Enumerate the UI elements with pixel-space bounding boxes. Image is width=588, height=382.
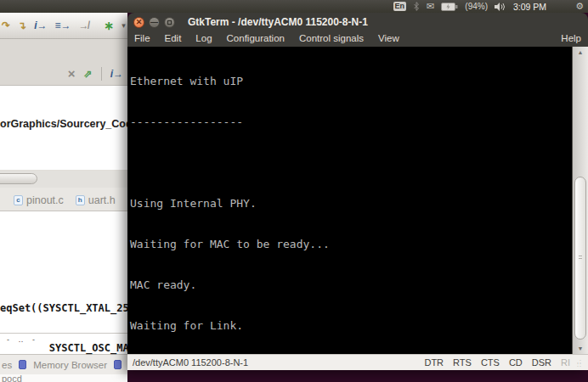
signal-ri: RI: [561, 357, 570, 368]
maximize-icon: [167, 20, 172, 25]
battery-percent: (94%): [465, 2, 488, 11]
horizontal-scrollbar-thumb[interactable]: [0, 173, 37, 184]
terminal-line: Waiting for Link.: [130, 319, 571, 333]
tab-label: uart.h: [88, 194, 116, 206]
battery-icon[interactable]: [441, 3, 458, 11]
signal-indicators: DTR RTS CTS CD DSR RI: [424, 357, 570, 368]
scrollbar-grip: [579, 256, 582, 259]
step-over-icon[interactable]: ↴: [18, 20, 26, 31]
menu-help[interactable]: Help: [561, 33, 581, 43]
scroll-down-icon[interactable]: ▼: [573, 345, 588, 351]
system-tray: En ✉ (94%) 3:09 PM ⚙: [393, 0, 584, 13]
mail-icon[interactable]: ✉: [427, 1, 434, 12]
tab-uart-h[interactable]: h uart.h: [76, 194, 116, 206]
menu-configuration[interactable]: Configuration: [227, 33, 285, 43]
tab-pinout-c[interactable]: c pinout.c: [14, 194, 64, 206]
signal-dtr: DTR: [424, 357, 444, 368]
eclipse-view-toolbar: × ⇗ i→: [0, 39, 127, 86]
eclipse-debug-panel: orGraphics/Sourcery_CodeBench: [0, 86, 127, 171]
maximize-button[interactable]: [164, 17, 175, 28]
debug-target-path: orGraphics/Sourcery_CodeBench: [0, 118, 127, 130]
horizontal-scrollbar[interactable]: [0, 171, 127, 188]
signal-dsr: DSR: [532, 357, 551, 368]
editor-divider: [0, 333, 127, 334]
remove-all-terminated-icon[interactable]: ×: [68, 69, 76, 79]
instruction-stepping-icon[interactable]: ≡→: [54, 20, 71, 31]
terminal-line: Ethernet with uIP: [130, 75, 571, 88]
keyboard-layout-indicator[interactable]: En: [393, 2, 407, 11]
titlebar[interactable]: ✕ — GtkTerm - /dev/ttyACM0 115200-8-N-1: [127, 13, 588, 31]
volume-icon[interactable]: [495, 3, 506, 11]
terminal-line: MAC ready.: [130, 278, 571, 292]
menu-control-signals[interactable]: Control signals: [299, 33, 364, 43]
gear-icon[interactable]: ⚙: [575, 1, 584, 12]
clock[interactable]: 3:09 PM: [513, 2, 546, 12]
vertical-scrollbar-thumb[interactable]: [574, 177, 586, 340]
gtkterm-window: ✕ — GtkTerm - /dev/ttyACM0 115200-8-N-1 …: [127, 13, 588, 370]
dropdown-caret-icon[interactable]: ▾: [122, 20, 126, 31]
code-editor[interactable]: eqSet((SYSCTL_XTAL_25MHZ | SYSCTL_OSC_MA…: [0, 211, 127, 354]
menu-edit[interactable]: Edit: [165, 33, 182, 43]
terminal-line: Using Internal PHY.: [130, 197, 571, 211]
signal-cts: CTS: [481, 357, 500, 368]
signal-cd: CD: [509, 357, 523, 368]
statusbar: /dev/ttyACM0 115200-8-N-1 DTR RTS CTS CD…: [127, 354, 588, 370]
menu-log[interactable]: Log: [195, 33, 212, 43]
menu-view[interactable]: View: [378, 33, 399, 43]
top-panel: En ✉ (94%) 3:09 PM ⚙: [0, 0, 588, 13]
window-title: GtkTerm - /dev/ttyACM0 115200-8-N-1: [188, 16, 368, 28]
tab-label: pinout.c: [26, 194, 64, 206]
c-file-icon: c: [14, 195, 23, 205]
terminal-output: Ethernet with uIP ----------------- Usin…: [130, 48, 571, 354]
vertical-scrollbar[interactable]: ▲ ▼: [572, 47, 588, 354]
close-button[interactable]: ✕: [133, 17, 144, 28]
code-block: eqSet((SYSCTL_XTAL_25MHZ | SYSCTL_OSC_MA…: [0, 276, 127, 382]
partial-text-marks: - ‥ -: [7, 335, 38, 344]
profile-chart-icon[interactable]: ⇗: [84, 69, 93, 79]
code-line: eqSet((SYSCTL_XTAL_25MHZ |: [0, 302, 127, 316]
terminal-line: [130, 156, 571, 170]
terminal-line: Waiting for MAC to be ready...: [130, 238, 571, 251]
desktop: En ✉ (94%) 3:09 PM ⚙ ↷ ↴ i→: [0, 0, 588, 382]
menubar: File Edit Log Configuration Control sign…: [127, 31, 588, 47]
bluetooth-icon[interactable]: [413, 2, 420, 11]
h-file-icon: h: [76, 195, 85, 205]
editor-tab-bar: c pinout.c h uart.h: [0, 188, 127, 211]
minimize-button[interactable]: —: [149, 17, 160, 28]
eclipse-window: ↷ ↴ i→ ≡→ ↛ ∗ ▾ ▶ × ⇗ i→ orGraphics/Sour…: [0, 13, 127, 382]
step-info-icon[interactable]: i→: [110, 69, 123, 79]
debug-icon[interactable]: ∗: [104, 20, 114, 31]
port-settings-text: /dev/ttyACM0 115200-8-N-1: [133, 357, 248, 368]
terminal-line: -----------------: [130, 115, 571, 129]
step-return-icon[interactable]: ↷: [2, 20, 10, 31]
skip-all-breakpoints-icon[interactable]: ↛: [78, 20, 88, 31]
eclipse-debug-toolbar: ↷ ↴ i→ ≡→ ↛ ∗ ▾ ▶: [0, 13, 127, 39]
scroll-up-icon[interactable]: ▲: [573, 49, 588, 55]
menu-file[interactable]: File: [134, 33, 150, 43]
step-into-icon[interactable]: i→: [34, 20, 47, 31]
signal-rts: RTS: [453, 357, 472, 368]
toolbar-separator: [101, 67, 102, 81]
terminal-area[interactable]: Ethernet with uIP ----------------- Usin…: [127, 47, 588, 354]
resize-grip-icon[interactable]: .:::: [577, 360, 583, 366]
